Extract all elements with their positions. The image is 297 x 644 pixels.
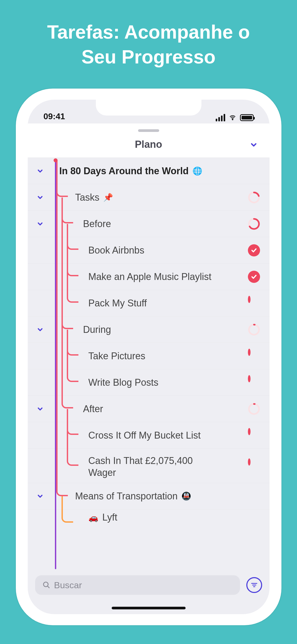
chevron-down-icon[interactable]: [34, 191, 47, 204]
svg-point-9: [43, 582, 48, 587]
home-indicator[interactable]: [112, 607, 186, 609]
svg-point-5: [249, 325, 259, 335]
status-time: 09:41: [44, 112, 65, 121]
chevron-down-icon[interactable]: [34, 402, 47, 416]
svg-point-7: [249, 404, 259, 414]
battery-icon: [240, 114, 254, 121]
search-input[interactable]: Buscar: [35, 575, 240, 595]
chevron-down-icon[interactable]: [34, 323, 47, 336]
tree-item-label: After: [83, 403, 103, 415]
tree-item-label: Book Airbnbs: [88, 245, 144, 256]
check-empty-icon[interactable]: [248, 350, 260, 362]
tree-item-label: Cash In That £2,075,400 Wager: [88, 455, 199, 479]
filter-button[interactable]: [246, 577, 262, 593]
tree-item-label: Tasks: [75, 192, 100, 203]
header-dropdown-button[interactable]: [249, 141, 258, 150]
chevron-down-icon[interactable]: [34, 217, 47, 231]
progress-ring-icon: [248, 191, 260, 204]
search-icon: [43, 581, 50, 589]
check-empty-icon[interactable]: [248, 460, 260, 472]
bottom-toolbar: Buscar: [28, 569, 270, 601]
train-icon: 🚇: [181, 491, 191, 501]
globe-icon: 🌐: [192, 166, 202, 176]
chevron-down-icon[interactable]: [34, 164, 47, 178]
tree-item-label: Make an Apple Music Playlist: [88, 271, 211, 282]
svg-point-0: [232, 119, 233, 120]
progress-ring-icon: [248, 218, 260, 230]
root-dot-icon: [54, 158, 58, 162]
signal-icon: [216, 114, 225, 121]
tree-item-label: In 80 Days Around the World: [59, 165, 189, 177]
tree-item-label: Means of Transportation: [75, 491, 178, 502]
tree-item-label: Before: [83, 218, 111, 229]
check-empty-icon[interactable]: [248, 376, 260, 389]
notch: [96, 100, 201, 116]
car-icon: 🚗: [88, 513, 98, 522]
progress-ring-icon: [248, 324, 260, 336]
tree-item-label: Write Blog Posts: [88, 377, 158, 388]
progress-ring-icon: [248, 403, 260, 415]
check-complete-icon[interactable]: [248, 271, 260, 283]
wifi-icon: [228, 114, 237, 121]
outline-tree[interactable]: In 80 Days Around the World🌐 Tasks📌 Befo…: [28, 158, 270, 569]
root-spine: [55, 160, 56, 569]
check-empty-icon[interactable]: [248, 297, 260, 309]
chevron-down-icon[interactable]: [34, 490, 47, 503]
phone-mockup: 09:41 Plano: [16, 89, 281, 625]
check-complete-icon[interactable]: [248, 244, 260, 256]
pushpin-icon: 📌: [103, 193, 113, 202]
tree-item-label: During: [83, 324, 111, 335]
tree-item-label: Pack My Stuff: [88, 298, 147, 309]
check-empty-icon[interactable]: [248, 429, 260, 441]
marketing-title: Tarefas: Acompanhe o Seu Progresso: [0, 0, 297, 80]
app-header: Plano: [28, 123, 270, 158]
svg-line-10: [47, 586, 49, 588]
tree-item-label: Lyft: [102, 512, 117, 523]
tree-item-label: Take Pictures: [88, 351, 145, 362]
tree-item-label: Cross It Off My Bucket List: [88, 430, 201, 441]
sheet-grabber[interactable]: [138, 129, 159, 132]
search-placeholder: Buscar: [54, 580, 82, 590]
header-title: Plano: [135, 139, 162, 150]
